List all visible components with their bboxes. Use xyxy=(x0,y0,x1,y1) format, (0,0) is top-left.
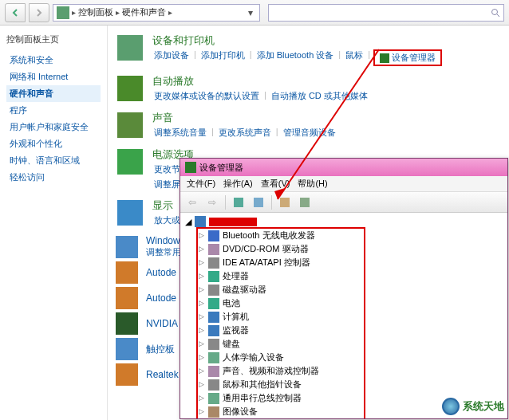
menu-item-1[interactable]: 操作(A) xyxy=(220,177,256,190)
watermark-text: 系统天地 xyxy=(463,399,504,414)
tree-item-6[interactable]: ▷计算机 xyxy=(185,310,503,324)
link-devices-3[interactable]: 鼠标 xyxy=(344,49,365,66)
partial-row-title[interactable]: Realtek xyxy=(146,369,179,380)
category-title[interactable]: 自动播放 xyxy=(152,74,501,88)
sidebar-item-4[interactable]: 用户帐户和家庭安全 xyxy=(6,119,101,135)
tree-item-5[interactable]: ▷电池 xyxy=(185,296,503,310)
category-sound: 声音调整系统音量|更改系统声音|管理音频设备 xyxy=(116,111,501,139)
expand-icon[interactable]: ▷ xyxy=(198,313,205,320)
expand-icon[interactable]: ▷ xyxy=(198,273,205,280)
category-autoplay: 自动播放更改媒体或设备的默认设置|自动播放 CD 或其他媒体 xyxy=(116,74,501,103)
partial-row-title[interactable]: 触控板 xyxy=(146,343,175,356)
tree-item-label: 声音、视频和游戏控制器 xyxy=(223,365,319,377)
tree-item-2[interactable]: ▷IDE ATA/ATAPI 控制器 xyxy=(185,256,503,269)
collapse-icon[interactable]: ◢ xyxy=(185,217,191,227)
breadcrumb-root[interactable]: 控制面板 xyxy=(78,6,113,18)
search-input[interactable] xyxy=(268,4,504,22)
sidebar-item-6[interactable]: 时钟、语言和区域 xyxy=(6,152,101,169)
device-manager-window: 设备管理器 文件(F)操作(A)查看(V)帮助(H) ⇦ ⇨ ◢ ■■■■ ▷B… xyxy=(180,158,508,419)
display-icon xyxy=(116,198,144,227)
tree-item-1[interactable]: ▷DVD/CD-ROM 驱动器 xyxy=(185,242,503,256)
chevron-right-icon: ▸ xyxy=(168,8,172,17)
tree-item-0[interactable]: ▷Bluetooth 无线电收发器 xyxy=(185,229,503,242)
toolbar-back-button[interactable]: ⇦ xyxy=(183,194,201,210)
toolbar-view-button[interactable] xyxy=(250,194,267,210)
expand-icon[interactable]: ▷ xyxy=(198,327,205,334)
link-label: 添加打印机 xyxy=(201,50,245,60)
category-title[interactable]: 声音 xyxy=(152,111,501,125)
tree-item-label: 电池 xyxy=(223,297,240,309)
toolbar-forward-button[interactable]: ⇨ xyxy=(203,194,221,210)
menu-item-3[interactable]: 帮助(H) xyxy=(294,177,330,190)
link-label: 自动播放 CD 或其他媒体 xyxy=(271,91,368,100)
nav-back-button[interactable] xyxy=(5,3,26,22)
tree-item-8[interactable]: ▷键盘 xyxy=(185,337,503,351)
partial-row-title[interactable]: Autode xyxy=(146,267,176,278)
tree-root-label: ■■■■ xyxy=(209,218,257,226)
device-manager-title: 设备管理器 xyxy=(199,162,243,174)
expand-icon[interactable]: ▷ xyxy=(198,300,205,307)
nav-forward-button[interactable] xyxy=(29,3,49,22)
expand-icon[interactable]: ▷ xyxy=(198,259,205,266)
partial-row-icon xyxy=(116,338,138,360)
expand-icon[interactable]: ▷ xyxy=(198,232,205,239)
search-icon xyxy=(491,8,500,18)
link-devices-1[interactable]: 添加打印机 xyxy=(199,49,247,66)
partial-row-title[interactable]: Autode xyxy=(146,292,176,304)
sidebar-item-7[interactable]: 轻松访问 xyxy=(6,169,101,186)
toolbar-refresh-button[interactable] xyxy=(296,194,314,210)
expand-icon[interactable]: ▷ xyxy=(198,394,205,402)
sidebar-item-1[interactable]: 网络和 Internet xyxy=(6,69,101,85)
toolbar-properties-button[interactable] xyxy=(230,194,247,210)
link-separator: | xyxy=(368,49,370,66)
link-sound-0[interactable]: 调整系统音量 xyxy=(152,127,208,139)
link-autoplay-0[interactable]: 更改媒体或设备的默认设置 xyxy=(152,90,261,102)
category-links: 添加设备|添加打印机|添加 Bluetooth 设备|鼠标|设备管理器 xyxy=(152,49,501,66)
link-sound-2[interactable]: 管理音频设备 xyxy=(282,127,337,139)
tree-item-7[interactable]: ▷监视器 xyxy=(185,324,503,337)
toolbar-separator xyxy=(271,195,272,210)
tree-root[interactable]: ◢ ■■■■ xyxy=(185,216,503,227)
expand-icon[interactable]: ▷ xyxy=(198,245,205,253)
tree-item-icon xyxy=(208,257,219,269)
tree-item-3[interactable]: ▷处理器 xyxy=(185,269,503,283)
menu-item-0[interactable]: 文件(F) xyxy=(183,177,219,190)
expand-icon[interactable]: ▷ xyxy=(198,367,205,375)
link-label: 设备管理器 xyxy=(392,52,436,64)
breadcrumb-dropdown[interactable]: ▾ xyxy=(245,7,256,18)
sidebar-item-5[interactable]: 外观和个性化 xyxy=(6,135,101,152)
link-devices-0[interactable]: 添加设备 xyxy=(152,49,191,66)
tree-item-11[interactable]: ▷鼠标和其他指针设备 xyxy=(185,378,503,391)
link-label: 添加 Bluetooth 设备 xyxy=(257,50,334,60)
toolbar-scan-button[interactable] xyxy=(276,194,294,210)
link-label: 调整系统音量 xyxy=(154,128,207,137)
category-title[interactable]: 设备和打印机 xyxy=(152,33,501,48)
expand-icon[interactable]: ▷ xyxy=(198,286,205,293)
sidebar-title: 控制面板主页 xyxy=(6,33,101,45)
expand-icon[interactable]: ▷ xyxy=(198,381,205,388)
devices-icon xyxy=(116,33,144,62)
sidebar-item-2[interactable]: 硬件和声音 xyxy=(6,85,101,102)
expand-icon[interactable]: ▷ xyxy=(198,340,205,347)
partial-row-title[interactable]: NVIDIA xyxy=(146,318,178,329)
link-sound-1[interactable]: 更改系统声音 xyxy=(217,127,273,139)
tree-item-icon xyxy=(208,271,219,282)
tree-item-icon xyxy=(208,298,219,309)
device-tree[interactable]: ◢ ■■■■ ▷Bluetooth 无线电收发器▷DVD/CD-ROM 驱动器▷… xyxy=(180,213,507,418)
watermark-icon xyxy=(442,398,460,415)
breadcrumb-section[interactable]: 硬件和声音 xyxy=(122,6,166,18)
tree-item-10[interactable]: ▷声音、视频和游戏控制器 xyxy=(185,364,503,378)
chevron-right-icon: ▸ xyxy=(116,8,120,17)
tree-item-4[interactable]: ▷磁盘驱动器 xyxy=(185,283,503,296)
link-autoplay-1[interactable]: 自动播放 CD 或其他媒体 xyxy=(270,90,369,102)
expand-icon[interactable]: ▷ xyxy=(198,354,205,361)
link-devices-2[interactable]: 添加 Bluetooth 设备 xyxy=(255,49,336,66)
expand-icon[interactable]: ▷ xyxy=(198,408,205,415)
tree-item-9[interactable]: ▷人体学输入设备 xyxy=(185,351,503,364)
menu-item-2[interactable]: 查看(V) xyxy=(258,177,294,190)
breadcrumb[interactable]: ▸ 控制面板 ▸ 硬件和声音 ▸ ▾ xyxy=(53,4,260,22)
link-devices-4[interactable]: 设备管理器 xyxy=(373,49,442,66)
sidebar-item-0[interactable]: 系统和安全 xyxy=(6,52,101,69)
sidebar-item-3[interactable]: 程序 xyxy=(6,102,101,119)
device-manager-titlebar[interactable]: 设备管理器 xyxy=(180,159,507,176)
